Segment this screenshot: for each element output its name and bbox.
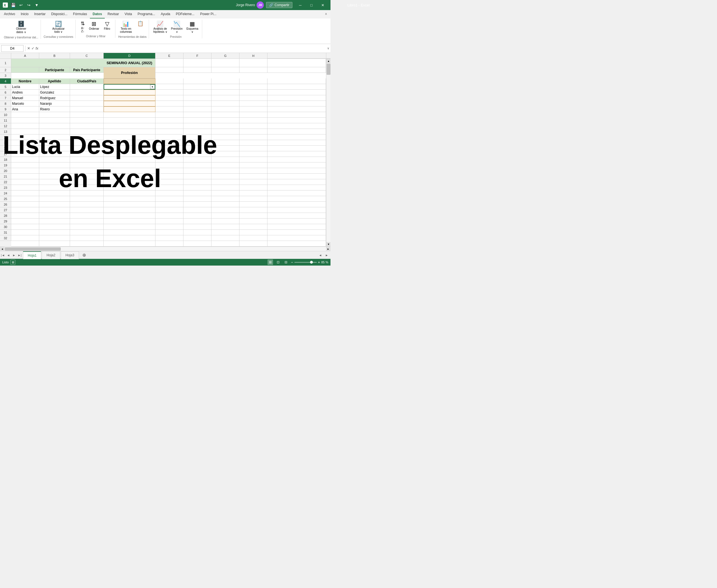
cell-H1[interactable] [239,59,268,67]
cell-F4[interactable] [184,84,211,90]
cell-C5[interactable] [70,90,104,95]
row-header-9[interactable]: 9 [0,106,11,112]
row-header-14[interactable]: 14 [0,134,11,140]
prevision-button[interactable]: 📉 Previsión∨ [170,20,184,34]
row-header-6[interactable]: 6 [0,90,11,95]
actualizar-todo-button[interactable]: 🔄 Actualizartodo ∨ [51,20,66,34]
cell-C8[interactable] [70,106,104,112]
tab-vista[interactable]: Vista [122,10,135,19]
col-header-H[interactable]: H [239,53,268,59]
sheet-nav-first[interactable]: |◄ [0,251,6,259]
sheet-scroll-right-btn[interactable]: ► [324,253,329,257]
ribbon-collapse[interactable]: ∧ [323,10,329,19]
ordenar-button[interactable]: ⊞ Ordenar [87,20,101,31]
ordenar-az-button[interactable]: ⇅ A↑Z↓ [79,20,87,34]
cell-D7[interactable] [104,101,155,106]
add-sheet-button[interactable]: ⊕ [81,252,87,258]
analisis-hipotesis-button[interactable]: 📈 Análisis dehipótesis ∨ [152,20,168,34]
cell-H8[interactable] [239,106,268,112]
cell-G4[interactable] [211,84,239,90]
cell-E3[interactable] [155,79,184,84]
row-header-5[interactable]: 5 [0,84,11,90]
cell-E1[interactable] [155,59,184,67]
esquema-button[interactable]: ▦ Esquema∨ [185,20,200,34]
row-header-13[interactable]: 13 [0,129,11,134]
cell-F2[interactable] [184,67,211,73]
sheet-tab-hoja2[interactable]: Hoja2 [42,251,60,259]
tab-archivo[interactable]: Archivo [1,10,18,19]
cell-F3[interactable] [184,79,211,84]
cell-B4[interactable]: López [39,84,70,90]
row-header-21[interactable]: 21 [0,174,11,179]
tab-inicio[interactable]: Inicio [18,10,31,19]
row-header-24[interactable]: 24 [0,190,11,196]
fx-icon[interactable]: fx [36,46,38,50]
cell-A1[interactable] [11,59,39,67]
cell-H6[interactable] [239,95,268,101]
cell-G8[interactable] [211,106,239,112]
minimize-button[interactable]: ─ [295,0,306,10]
cell-A7[interactable]: Marcelo [11,101,39,106]
tab-programador[interactable]: Programa... [135,10,158,19]
col-header-B[interactable]: B [39,53,70,59]
cell-C3[interactable]: Ciudad/País [70,79,104,84]
cell-E5[interactable] [155,90,184,95]
cell-B3[interactable]: Apellido [39,79,70,84]
col-header-F[interactable]: F [184,53,211,59]
row-header-29[interactable]: 29 [0,218,11,224]
row-header-31[interactable]: 31 [0,230,11,235]
cell-F1[interactable] [184,59,211,67]
row-header-1[interactable]: 1 [0,59,11,67]
cell-B8[interactable]: Rivero [39,106,70,112]
col-header-D[interactable]: D [104,53,155,59]
cell-H5[interactable] [239,90,268,95]
tab-revisar[interactable]: Revisar [105,10,122,19]
cell-E7[interactable] [155,101,184,106]
cell-A2[interactable] [11,67,39,73]
row-header-23[interactable]: 23 [0,185,11,190]
sheet-tab-hoja3[interactable]: Hoja3 [61,251,79,259]
save-icon[interactable]: 💾 [10,2,16,8]
cell-B7[interactable]: Naranjo [39,101,70,106]
undo-icon[interactable]: ↩ [18,2,24,8]
col-header-G[interactable]: G [211,53,239,59]
cell-H3[interactable] [239,79,268,84]
fx-cancel-icon[interactable]: ✕ [27,46,30,50]
cell-E8[interactable] [155,106,184,112]
cell-C7[interactable] [70,101,104,106]
cell-A4[interactable]: Lucia [11,84,39,90]
cell-B5[interactable]: Gonzalez [39,90,70,95]
tab-disposicion[interactable]: Disposici... [48,10,70,19]
tab-insertar[interactable]: Insertar [31,10,48,19]
scroll-right-btn[interactable]: ► [326,247,331,251]
cell-A3[interactable]: Nombre [11,79,39,84]
horizontal-scrollbar[interactable]: ◄ ► [0,247,331,251]
customize-icon[interactable]: ▼ [34,2,40,8]
cell-G2[interactable] [211,67,239,73]
cell-F8[interactable] [184,106,211,112]
maximize-button[interactable]: □ [306,0,317,10]
row-header-26[interactable]: 26 [0,202,11,207]
close-button[interactable]: ✕ [317,0,328,10]
cell-E4[interactable] [155,84,184,90]
cell-D3[interactable] [104,79,155,84]
cell-E6[interactable] [155,95,184,101]
cell-D6[interactable] [104,95,155,101]
row-header-18[interactable]: 18 [0,157,11,163]
row-header-15[interactable]: 15 [0,140,11,146]
zoom-slider[interactable] [294,262,317,263]
cell-B6[interactable]: Rodríguez [39,95,70,101]
formula-expand[interactable]: ∨ [327,46,329,50]
share-button[interactable]: 🔗 Compartir [266,2,292,8]
cell-G5[interactable] [211,90,239,95]
tab-powerpi[interactable]: Power Pi... [197,10,219,19]
cell-A8[interactable]: Ana [11,106,39,112]
redo-icon[interactable]: ↪ [26,2,32,8]
normal-view-button[interactable]: ⊞ [268,259,273,265]
page-break-button[interactable]: ⊟ [283,259,289,265]
row-header-32[interactable]: 32 [0,235,11,241]
row-header-22[interactable]: 22 [0,179,11,185]
cell-G1[interactable] [211,59,239,67]
scroll-down-btn[interactable]: ▼ [326,242,331,247]
cell-D8[interactable] [104,106,155,112]
